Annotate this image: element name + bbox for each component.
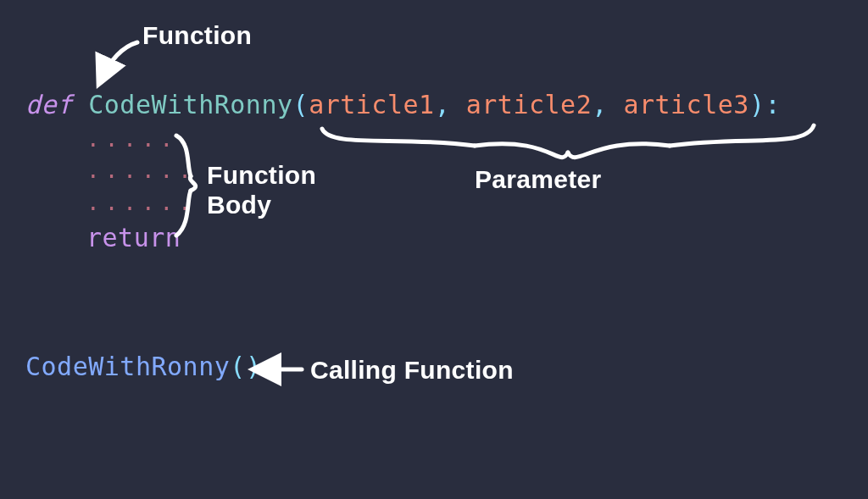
comma-1: , — [435, 90, 451, 119]
body-dots-1: ...... — [25, 124, 781, 156]
label-function-body-line1: Function — [207, 161, 316, 189]
param-3: article3 — [623, 90, 749, 119]
label-function: Function — [142, 21, 252, 50]
label-function-body: Function Body — [207, 161, 316, 219]
function-definition-code: def CodeWithRonny(article1, article2, ar… — [25, 86, 781, 256]
param-2: article2 — [466, 90, 593, 119]
keyword-return: return — [25, 219, 781, 257]
label-calling-function: Calling Function — [310, 356, 514, 385]
def-line: def CodeWithRonny(article1, article2, ar… — [25, 86, 781, 124]
param-1: article1 — [309, 90, 435, 119]
body-dots-2: ...... — [25, 155, 781, 187]
colon: : — [765, 90, 781, 119]
function-name: CodeWithRonny — [88, 90, 292, 119]
open-paren: ( — [293, 90, 309, 119]
arrow-function-icon — [100, 42, 137, 81]
body-dots-3: ...... — [25, 187, 781, 219]
comma-2: , — [592, 90, 608, 119]
label-function-body-line2: Body — [207, 191, 271, 219]
call-function-name: CodeWithRonny — [25, 352, 230, 381]
close-paren: ) — [749, 90, 765, 119]
function-call-code: CodeWithRonny() — [25, 352, 261, 381]
call-open-paren: ( — [230, 352, 246, 381]
label-parameter: Parameter — [475, 165, 601, 194]
call-close-paren: ) — [246, 352, 262, 381]
keyword-def: def — [25, 90, 73, 119]
